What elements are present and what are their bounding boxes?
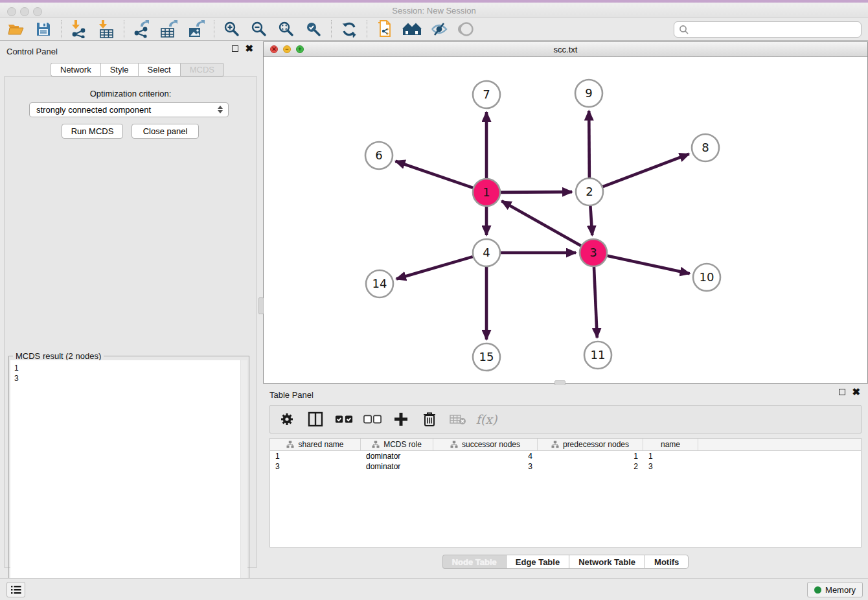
list-icon [10, 584, 22, 595]
mcds-result-textarea[interactable]: 1 3 [10, 360, 247, 600]
search-input[interactable] [690, 23, 861, 36]
toolbar-separator [331, 20, 332, 38]
cell-mcds-role: dominator [361, 462, 433, 471]
table-panel-tabs: Node Table Edge Table Network Table Moti… [263, 555, 868, 569]
graph-node-label: 11 [591, 348, 606, 362]
tab-mcds[interactable]: MCDS [180, 63, 224, 76]
show-columns-icon[interactable] [306, 410, 325, 428]
window-title: Session: New Session [0, 6, 868, 16]
graph-edge-4-14[interactable] [396, 257, 473, 279]
cell-shared-name: 3 [270, 462, 361, 471]
application-window: Session: New Session [0, 0, 868, 600]
graph-node-label: 1 [483, 185, 490, 199]
export-table-icon[interactable] [158, 19, 180, 39]
memory-label: Memory [825, 585, 856, 595]
graph-edge-3-1[interactable] [502, 201, 581, 246]
hide-eye-icon[interactable] [428, 19, 450, 39]
delete-table-icon [449, 410, 467, 428]
control-panel-title: Control Panel [6, 47, 58, 56]
zoom-fit-icon[interactable] [275, 19, 297, 39]
criterion-selected-value: strongly connected component [36, 105, 151, 115]
clone-network-icon[interactable] [374, 19, 396, 39]
column-label: MCDS role [383, 440, 422, 449]
delete-columns-trash-icon[interactable] [420, 410, 439, 428]
add-column-icon[interactable] [392, 410, 410, 428]
zoom-out-icon[interactable] [248, 19, 270, 39]
status-bar: Memory [0, 578, 868, 600]
tab-network[interactable]: Network [51, 63, 100, 76]
home-icon[interactable] [401, 19, 423, 39]
criterion-select[interactable]: strongly connected component [29, 102, 229, 117]
graph-edge-2-8[interactable] [603, 154, 689, 187]
tab-network-table[interactable]: Network Table [569, 555, 645, 569]
float-table-panel-icon[interactable] [839, 389, 845, 395]
show-eye-icon[interactable] [455, 19, 477, 39]
graph-node-label: 2 [586, 185, 593, 198]
tab-select[interactable]: Select [138, 63, 180, 76]
column-header-name[interactable]: name [643, 439, 698, 450]
network-canvas[interactable]: 1234678910111415 [264, 57, 867, 383]
tab-node-table[interactable]: Node Table [442, 555, 506, 569]
run-mcds-button[interactable]: Run MCDS [62, 124, 123, 139]
node-table[interactable]: shared name MCDS role successor nodes pr… [269, 438, 862, 548]
function-builder-icon: f(x) [477, 410, 496, 428]
float-panel-icon[interactable] [232, 45, 238, 52]
graph-edge-1-6[interactable] [396, 161, 474, 188]
control-panel: Control Panel ✖ Network Style Select MCD… [0, 41, 261, 573]
node-table-header: shared name MCDS role successor nodes pr… [270, 439, 861, 451]
zoom-in-icon[interactable] [221, 19, 243, 39]
memory-button[interactable]: Memory [807, 582, 863, 597]
graph-edge-1-2[interactable] [501, 192, 572, 192]
settings-gear-icon[interactable] [278, 410, 296, 428]
task-history-button[interactable] [6, 582, 25, 597]
graph-node-label: 7 [483, 87, 490, 101]
tab-style[interactable]: Style [100, 63, 138, 76]
graph-edge-2-9[interactable] [589, 111, 589, 178]
table-row[interactable]: 1 dominator 4 1 1 [270, 451, 861, 461]
graph-edge-3-11[interactable] [594, 267, 597, 338]
panel-splitter-handle[interactable] [258, 297, 264, 314]
column-label: predecessor nodes [563, 440, 629, 449]
export-network-icon[interactable] [131, 19, 153, 39]
result-scrollbar[interactable] [240, 360, 247, 600]
tab-motifs[interactable]: Motifs [645, 555, 689, 569]
graph-edge-2-3[interactable] [590, 206, 592, 235]
import-table-icon[interactable] [95, 19, 117, 39]
toolbar-separator [61, 20, 62, 38]
graph-node-label: 3 [589, 246, 597, 259]
table-row[interactable]: 3 dominator 3 2 3 [270, 461, 861, 472]
column-header-predecessor-nodes[interactable]: predecessor nodes [538, 439, 643, 450]
select-stepper-icon [218, 106, 223, 113]
select-all-icon[interactable] [335, 410, 353, 428]
tab-edge-table[interactable]: Edge Table [506, 555, 569, 569]
open-session-icon[interactable] [5, 19, 27, 39]
deselect-all-icon[interactable] [363, 410, 382, 428]
column-label: shared name [298, 440, 343, 449]
close-table-panel-icon[interactable]: ✖ [852, 389, 860, 395]
network-graph[interactable]: 1234678910111415 [264, 57, 867, 383]
cell-shared-name: 1 [270, 452, 361, 461]
zoom-selected-icon[interactable] [303, 19, 325, 39]
graph-node-label: 9 [585, 86, 592, 100]
refresh-view-icon[interactable] [338, 19, 360, 39]
export-image-icon[interactable] [185, 19, 207, 39]
graph-node-label: 4 [483, 246, 490, 259]
column-label: name [661, 440, 680, 449]
hierarchy-icon [372, 441, 380, 448]
column-header-shared-name[interactable]: shared name [270, 439, 361, 450]
close-panel-icon[interactable]: ✖ [245, 45, 253, 52]
graph-node-label: 14 [372, 277, 387, 290]
cell-name: 3 [643, 462, 698, 471]
cell-mcds-role: dominator [361, 452, 433, 461]
column-header-successor-nodes[interactable]: successor nodes [433, 439, 538, 450]
column-header-mcds-role[interactable]: MCDS role [361, 439, 433, 450]
graph-node-label: 15 [479, 350, 494, 363]
import-network-icon[interactable] [68, 19, 90, 39]
toolbar-separator [367, 20, 367, 38]
toolbar-separator [124, 20, 124, 38]
close-panel-button[interactable]: Close panel [131, 124, 199, 139]
save-session-icon[interactable] [32, 19, 54, 39]
network-view-window: ✕ − + scc.txt 1234678910111415 [263, 41, 868, 384]
mcds-panel-body: Optimization criterion: strongly connect… [4, 76, 257, 568]
graph-edge-3-10[interactable] [607, 256, 689, 274]
